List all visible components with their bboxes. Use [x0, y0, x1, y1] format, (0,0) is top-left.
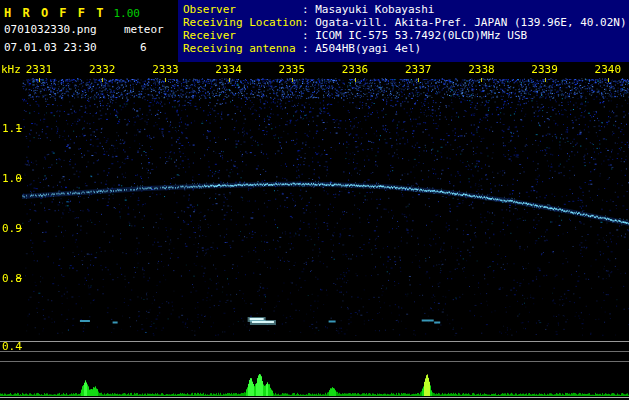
mode-label: meteor [124, 23, 164, 36]
info-value: : A504HB(yagi 4el) [302, 42, 421, 55]
bottom-scale-label: 0.4 [2, 340, 22, 353]
info-label: Receiving Location [183, 16, 302, 29]
time-label: 2331 [26, 63, 53, 76]
info-label: Receiving antenna [183, 42, 302, 55]
time-label: 2334 [215, 63, 242, 76]
output-filename: 0701032330.png [4, 23, 97, 36]
time-label: 2340 [595, 63, 622, 76]
time-label: 2339 [531, 63, 558, 76]
freq-unit-label: kHz [1, 63, 21, 76]
info-value: : Masayuki Kobayashi [302, 3, 434, 16]
info-row: Receiver: ICOM IC-575 53.7492(0LCD)MHz U… [178, 29, 629, 42]
info-row: Observer: Masayuki Kobayashi [178, 3, 629, 16]
info-value: : ICOM IC-575 53.7492(0LCD)MHz USB [302, 29, 527, 42]
title-row: H R O F F T1.00 [4, 2, 140, 21]
meteor-count: 6 [140, 41, 147, 54]
freq-tick-label: 0.8 [2, 272, 22, 285]
time-label: 2335 [279, 63, 306, 76]
app-version: 1.00 [113, 7, 140, 20]
time-label: 2333 [152, 63, 179, 76]
info-row: Receiving antenna: A504HB(yagi 4el) [178, 42, 629, 55]
hrofft-output-image: H R O F F T1.00 0701032330.png meteor 07… [0, 0, 629, 400]
time-label: 2336 [342, 63, 369, 76]
time-label: 2337 [405, 63, 432, 76]
header-left: H R O F F T1.00 0701032330.png meteor 07… [0, 0, 178, 62]
info-label: Observer [183, 3, 302, 16]
freq-tick-label: 0.9 [2, 222, 22, 235]
info-value: : Ogata-vill. Akita-Pref. JAPAN (139.96E… [302, 16, 627, 29]
time-label: 2338 [468, 63, 495, 76]
freq-tick-label: 1.0 [2, 172, 22, 185]
observer-info-panel: Observer: Masayuki KobayashiReceiving Lo… [178, 0, 629, 62]
info-row: Receiving Location: Ogata-vill. Akita-Pr… [178, 16, 629, 29]
freq-tick-label: 1.1 [2, 122, 22, 135]
observation-datetime: 07.01.03 23:30 [4, 41, 97, 54]
info-label: Receiver [183, 29, 302, 42]
time-label: 2332 [89, 63, 116, 76]
app-title: H R O F F T [4, 6, 105, 20]
